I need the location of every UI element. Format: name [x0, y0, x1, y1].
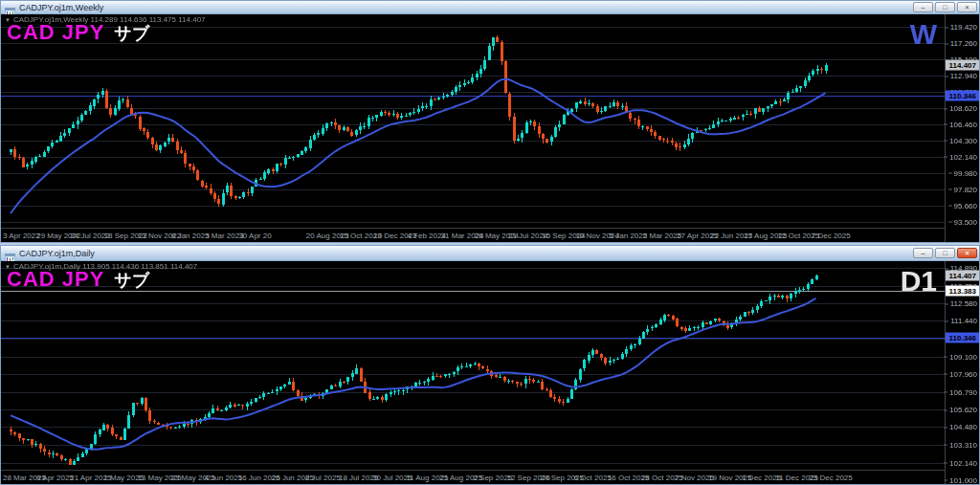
price-tick-label: 105.620 [944, 406, 977, 414]
date-tick-label: 8 Jul 2025 [305, 474, 341, 482]
price-tick-label: 111.440 [945, 317, 977, 325]
current-price-box: 114.407 [946, 271, 979, 281]
symbol-overlay: CAD JPYサブ [7, 20, 149, 45]
price-tick-label: 119.420 [945, 23, 977, 32]
window-buttons: – □ × [913, 248, 977, 258]
symbol-overlay-name: CAD JPY [7, 267, 104, 291]
date-tick-label: 6 Oct 2025 [574, 474, 612, 482]
mdi-workspace: CADJPY.oj1m,Weekly – □ × ▼CADJPY.oj1m,We… [0, 0, 980, 485]
minimize-button[interactable]: – [913, 248, 933, 258]
price-tick-label: 106.460 [944, 121, 977, 129]
restore-button[interactable]: □ [935, 248, 955, 258]
date-tick-label: 8 Jan 2023 [171, 231, 210, 240]
chart-client-area: ▼CADJPY.oj1m,Weekly 114.289 114.636 113.… [1, 14, 979, 242]
chart-client-area: ▼CADJPY.oj1m,Daily 113.905 114.436 113.8… [1, 261, 979, 484]
date-axis[interactable]: 28 Mar 20259 Apr 202521 Apr 20251 May 20… [1, 470, 945, 484]
level-price-box: 110.346 [946, 332, 979, 342]
timeframe-watermark: W [910, 20, 937, 49]
restore-button[interactable]: □ [935, 2, 955, 12]
price-tick-label: 97.820 [948, 186, 977, 194]
date-tick-label: 5 Jan 2025 [610, 231, 648, 240]
window-buttons: – □ × [913, 2, 977, 12]
window-titlebar[interactable]: CADJPY.oj1m,Weekly – □ × [1, 1, 979, 14]
price-tick-label: 95.660 [948, 202, 977, 210]
price-tick-label: 104.300 [944, 137, 977, 145]
price-tick-label: 93.500 [948, 217, 977, 226]
candlestick-chart-canvas[interactable] [1, 261, 945, 484]
date-axis[interactable]: 3 Apr 202229 May 202224 Jul 202218 Sep 2… [1, 228, 945, 242]
symbol-overlay: CAD JPYサブ [7, 267, 149, 292]
symbol-overlay-name: CAD JPY [7, 20, 104, 44]
date-tick-label: 4 Jun 2025 [205, 474, 243, 482]
price-tick-label: 112.940 [945, 72, 977, 80]
chart-window-icon [5, 3, 15, 11]
chart-window-icon [5, 249, 15, 257]
timeframe-watermark: D1 [901, 267, 937, 296]
symbol-overlay-suffix: サブ [114, 271, 149, 290]
price-tick-label: 106.790 [944, 387, 977, 396]
minimize-button[interactable]: – [913, 2, 933, 12]
date-tick-label: 30 Apr 20 [238, 231, 271, 240]
price-tick-label: 109.100 [944, 352, 977, 361]
price-tick-label: 107.960 [944, 369, 977, 378]
current-price-box: 114.407 [946, 59, 979, 70]
price-tick-label: 102.140 [944, 458, 977, 467]
price-axis[interactable]: 114.890113.750112.580111.440110.300109.1… [945, 261, 979, 484]
price-tick-label: 103.310 [944, 441, 977, 450]
price-tick-label: 101.000 [944, 475, 977, 484]
price-axis[interactable]: 119.420117.260115.100112.940110.780108.6… [945, 14, 979, 242]
chart-window-weekly: CADJPY.oj1m,Weekly – □ × ▼CADJPY.oj1m,We… [0, 0, 980, 243]
date-tick-label: 23 Dec 2025 [809, 474, 852, 482]
level-price-box: 113.383 [946, 286, 979, 297]
candlestick-chart-canvas[interactable] [1, 14, 945, 242]
chart-window-daily: CADJPY.oj1m,Daily – □ × ▼CADJPY.oj1m,Dai… [0, 245, 980, 485]
price-tick-label: 112.580 [945, 299, 977, 308]
window-title: CADJPY.oj1m,Weekly [19, 3, 103, 12]
window-titlebar[interactable]: CADJPY.oj1m,Daily – □ × [1, 246, 979, 261]
price-tick-label: 104.480 [944, 423, 977, 431]
date-tick-label: 7 Dec 2025 [812, 231, 851, 240]
level-price-box: 110.346 [946, 90, 979, 100]
date-tick-label: 9 Apr 2025 [36, 474, 74, 482]
symbol-overlay-suffix: サブ [114, 24, 149, 43]
close-button[interactable]: × [957, 248, 977, 258]
price-tick-label: 117.260 [945, 39, 977, 48]
price-tick-label: 102.140 [944, 153, 977, 162]
price-tick-label: 108.620 [944, 104, 977, 113]
window-title: CADJPY.oj1m,Daily [19, 249, 95, 258]
price-tick-label: 99.980 [948, 169, 977, 178]
close-button[interactable]: × [957, 2, 977, 12]
date-tick-label: 3 Apr 2022 [3, 231, 40, 240]
